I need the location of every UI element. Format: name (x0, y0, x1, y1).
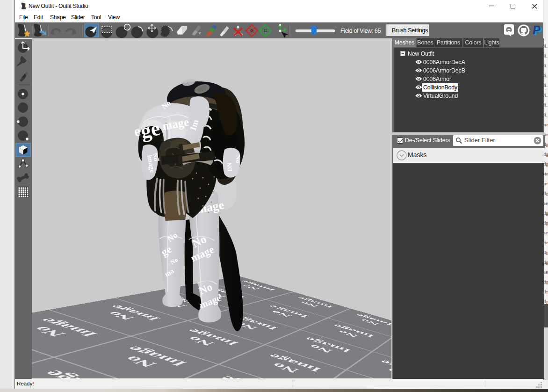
svg-text:No: No (234, 155, 242, 163)
svg-text:DN: DN (225, 162, 233, 172)
svg-text:P: P (533, 23, 541, 36)
svg-text:No: No (151, 152, 160, 161)
svg-text:Brush Settings: Brush Settings (392, 27, 428, 34)
svg-text:Field of View: 65: Field of View: 65 (340, 28, 381, 34)
